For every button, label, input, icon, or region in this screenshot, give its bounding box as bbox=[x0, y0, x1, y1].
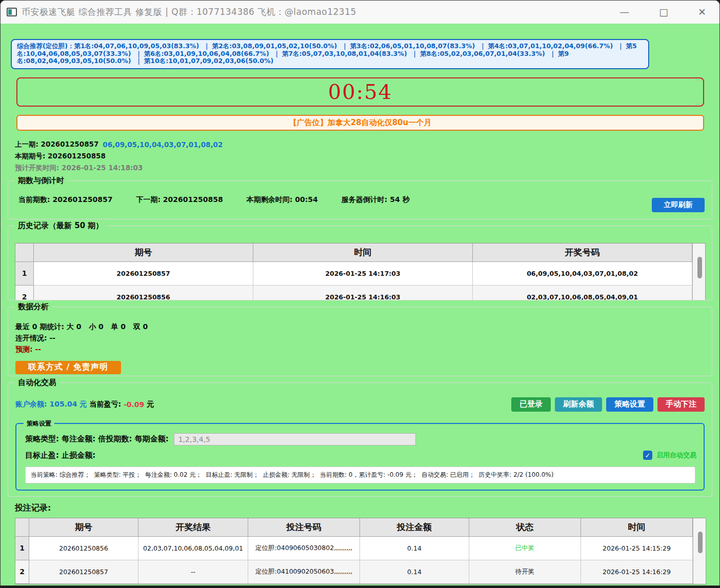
auto-trading-title: 自动化交易 bbox=[14, 378, 60, 388]
contact-disclaimer-button[interactable]: 联系方式 / 免责声明 bbox=[15, 361, 121, 374]
login-status-button[interactable]: 已登录 bbox=[511, 397, 551, 412]
draw-time-label: 预计开奖时间: 2026-01-25 14:18:03 bbox=[15, 164, 143, 173]
period-info: 上一期: 202601250857 06,09,05,10,04,03,07,0… bbox=[15, 139, 719, 174]
amount-cell: 0.14 bbox=[360, 560, 469, 584]
period-countdown-group: 期数与倒计时 当前期数: 202601250857 下一期: 202601250… bbox=[8, 180, 712, 219]
bet-records-title: 投注记录: bbox=[15, 503, 719, 514]
current-period-stat: 当前期数: 202601250857 bbox=[18, 195, 112, 205]
strategy-group-title: 策略设置 bbox=[24, 419, 54, 428]
ad-banner[interactable]: 【广告位】加拿大28自动化仅80u一个月 bbox=[16, 115, 704, 131]
bet-col-status: 状态 bbox=[469, 518, 581, 537]
minimize-icon[interactable]: — bbox=[619, 7, 629, 17]
close-icon[interactable]: ✕ bbox=[698, 7, 706, 17]
analysis-group: 数据分析 最近 0 期统计: 大 0 小 0 单 0 双 0 连开情况: -- … bbox=[8, 307, 712, 376]
history-group: 历史记录（最新 50 期） 期号 时间 开奖号码 1 202601250857 … bbox=[8, 226, 712, 300]
period-cell: 202601250856 bbox=[29, 537, 138, 560]
numbers-cell: 06,09,05,10,04,03,07,01,08,02 bbox=[473, 262, 692, 286]
history-col-numbers: 开奖号码 bbox=[473, 244, 692, 262]
history-row[interactable]: 2 202601250856 2026-01-25 14:16:03 02,03… bbox=[15, 286, 692, 300]
window-title: 币安极速飞艇 综合推荐工具 修复版 | Q群：1077134386 飞机：@la… bbox=[22, 6, 356, 18]
bet-col-result: 开奖结果 bbox=[138, 518, 248, 537]
titlebar[interactable]: 币安极速飞艇 综合推荐工具 修复版 | Q群：1077134386 飞机：@la… bbox=[1, 1, 719, 24]
ad-banner-text: 【广告位】加拿大28自动化仅80u一个月 bbox=[289, 118, 431, 128]
scrollbar-thumb[interactable] bbox=[698, 532, 703, 553]
prev-period-label: 上一期: 202601250857 bbox=[15, 140, 98, 149]
auto-trade-toggle: ✓ 启用自动交易 bbox=[643, 451, 696, 460]
history-scrollbar[interactable] bbox=[692, 244, 705, 300]
balance-row: 账户余额: 105.04 元 当前盈亏: -0.09 元 已登录 刷新余额 策略… bbox=[15, 397, 705, 412]
history-table: 期号 时间 开奖号码 1 202601250857 2026-01-25 14:… bbox=[15, 243, 706, 300]
server-countdown-stat: 服务器倒计时: 54 秒 bbox=[342, 195, 410, 205]
bet-col-amount: 投注金额 bbox=[360, 518, 469, 537]
bet-header-row: 期号 开奖结果 投注号码 投注金额 状态 时间 bbox=[15, 518, 693, 537]
manual-bet-button[interactable]: 手动下注 bbox=[657, 397, 705, 412]
history-col-period: 期号 bbox=[34, 244, 253, 262]
strategy-settings-button[interactable]: 策略设置 bbox=[606, 397, 653, 412]
period-cell: 202601250857 bbox=[29, 560, 138, 584]
next-period-stat: 下一期: 202601250858 bbox=[136, 195, 223, 205]
strategy-status-bar: 当前策略: 综合推荐； 策略类型: 平投； 每注金额: 0.02 元； 目标止盈… bbox=[25, 467, 695, 483]
pnl-label: 当前盈亏: bbox=[89, 400, 121, 409]
bet-col-numbers: 投注号码 bbox=[248, 518, 360, 537]
strategy-row-2: 目标止盈: 止损金额: ✓ 启用自动交易 bbox=[25, 451, 696, 460]
prev-period-line: 上一期: 202601250857 06,09,05,10,04,03,07,0… bbox=[15, 139, 719, 151]
result-cell: -- bbox=[138, 560, 248, 584]
amount-cell: 0.14 bbox=[360, 537, 469, 560]
countdown-value: 00:54 bbox=[328, 80, 392, 104]
row-number: 1 bbox=[15, 537, 29, 560]
bet-corner-cell bbox=[15, 518, 29, 537]
strategy-row1-labels: 策略类型: 每注金额: 倍投期数: 每期金额: bbox=[25, 434, 169, 444]
status-cell: 待开奖 bbox=[469, 560, 581, 584]
time-cell: 2026-01-25 14:15:29 bbox=[581, 537, 693, 560]
period-cell: 202601250857 bbox=[34, 262, 253, 286]
history-corner-cell bbox=[15, 244, 34, 262]
status-cell: 已中奖 bbox=[469, 537, 581, 560]
checkbox-checked-icon[interactable]: ✓ bbox=[643, 451, 652, 460]
result-cell: 02,03,07,10,06,08,05,04,09,01 bbox=[138, 537, 248, 560]
app-window: 币安极速飞艇 综合推荐工具 修复版 | Q群：1077134386 飞机：@la… bbox=[0, 0, 720, 586]
countdown-box: 00:54 bbox=[16, 77, 704, 107]
window-controls: — □ ✕ bbox=[619, 7, 710, 17]
row-number: 2 bbox=[15, 286, 34, 300]
bet-row[interactable]: 2 202601250857 -- 定位胆:04100902050603,,,,… bbox=[15, 560, 693, 584]
period-group-title: 期数与倒计时 bbox=[14, 176, 68, 186]
bet-numbers-cell: 定位胆:04100902050603,,,,,,,,, bbox=[248, 560, 360, 584]
current-period-label: 本期期号: 202601250858 bbox=[15, 152, 106, 161]
history-row[interactable]: 1 202601250857 2026-01-25 14:17:03 06,09… bbox=[15, 262, 692, 286]
strategy-row-1: 策略类型: 每注金额: 倍投期数: 每期金额: bbox=[25, 433, 704, 445]
bet-numbers-cell: 定位胆:04090605030802,,,,,,,,, bbox=[248, 537, 360, 560]
time-cell: 2026-01-25 14:16:03 bbox=[253, 286, 473, 300]
auto-trade-label: 启用自动交易 bbox=[656, 451, 696, 460]
bet-scrollbar[interactable] bbox=[693, 518, 706, 584]
history-header-row: 期号 时间 开奖号码 bbox=[15, 244, 692, 262]
trading-buttons: 已登录 刷新余额 策略设置 手动下注 bbox=[511, 397, 705, 412]
prediction-line: 预测: -- bbox=[15, 345, 712, 356]
current-period-line: 本期期号: 202601250858 bbox=[15, 151, 719, 163]
bet-col-time: 时间 bbox=[581, 518, 693, 537]
period-cell: 202601250856 bbox=[34, 286, 253, 300]
bet-row[interactable]: 1 202601250856 02,03,07,10,06,08,05,04,0… bbox=[15, 537, 693, 560]
app-icon bbox=[7, 8, 17, 16]
strategy-group: 策略设置 策略类型: 每注金额: 倍投期数: 每期金额: 目标止盈: 止损金额:… bbox=[15, 423, 705, 491]
time-cell: 2026-01-25 14:17:03 bbox=[253, 262, 473, 286]
scrollbar-thumb[interactable] bbox=[697, 257, 702, 278]
draw-time-line: 预计开奖时间: 2026-01-25 14:18:03 bbox=[15, 163, 719, 174]
analysis-group-title: 数据分析 bbox=[14, 302, 52, 312]
history-table-clip: 期号 时间 开奖号码 1 202601250857 2026-01-25 14:… bbox=[15, 243, 706, 300]
remaining-time-stat: 本期剩余时间: 00:54 bbox=[247, 195, 318, 205]
history-group-title: 历史记录（最新 50 期） bbox=[14, 221, 107, 231]
refresh-balance-button[interactable]: 刷新余额 bbox=[555, 397, 602, 412]
period-stats-row: 当前期数: 202601250857 下一期: 202601250858 本期剩… bbox=[8, 181, 712, 219]
balance-label: 账户余额: 105.04 元 bbox=[15, 400, 87, 409]
maximize-icon[interactable]: □ bbox=[659, 7, 668, 17]
bet-col-period: 期号 bbox=[29, 518, 138, 537]
recommendation-box: 综合推荐(定位胆)：第1名:04,07,06,10,09,05,03(83.3%… bbox=[11, 39, 649, 69]
pnl-value: -0.09 bbox=[124, 400, 144, 409]
per-period-amount-input[interactable] bbox=[174, 433, 416, 445]
numbers-cell: 02,03,07,10,06,08,05,04,09,01 bbox=[473, 286, 692, 300]
recommendation-text: 综合推荐(定位胆)：第1名:04,07,06,10,09,05,03(83.3%… bbox=[17, 43, 643, 65]
row-number: 1 bbox=[15, 262, 34, 286]
stats-line: 最近 0 期统计: 大 0 小 0 单 0 双 0 bbox=[15, 322, 712, 334]
pnl-unit: 元 bbox=[147, 400, 154, 409]
refresh-now-button[interactable]: 立即刷新 bbox=[652, 198, 705, 212]
